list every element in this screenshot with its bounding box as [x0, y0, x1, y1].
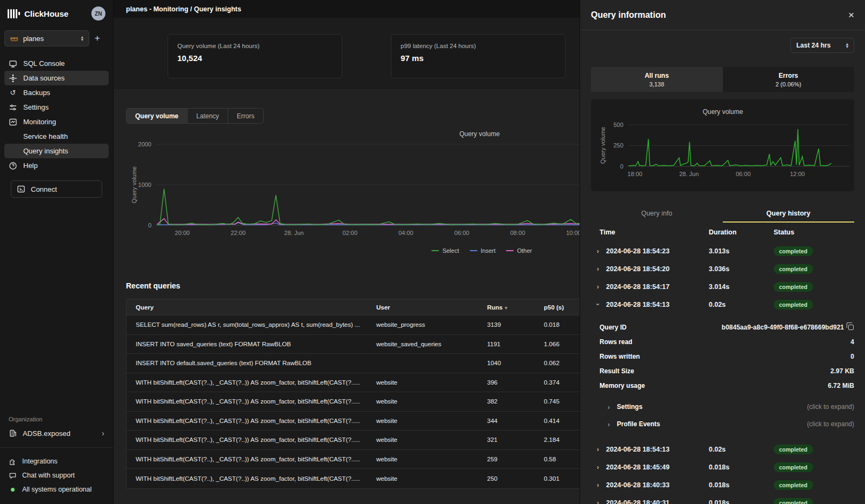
user-cell: website [367, 436, 478, 443]
column-header-user[interactable]: User [367, 304, 478, 311]
sort-caret-icon: ▾ [505, 305, 508, 311]
column-header-p50[interactable]: p50 (s) [535, 304, 580, 311]
connect-label: Connect [31, 185, 57, 193]
tab-query-volume[interactable]: Query volume [127, 109, 188, 123]
query-run-row[interactable]: ›2024-06-28 18:45:490.018scompleted [591, 458, 854, 476]
svg-text:2000: 2000 [138, 141, 151, 147]
table-row[interactable]: WITH bitShiftLeft(CAST(?..), _CAST(?..))… [127, 450, 580, 469]
legend-item-select[interactable]: Select [431, 247, 459, 254]
chevron-down-icon: › [594, 302, 602, 307]
svg-text:12:00: 12:00 [790, 171, 805, 177]
sidebar: ClickHouse ZN aws planes ▴▾ + SQL Consol… [0, 0, 114, 504]
clickhouse-cloud-app: ClickHouse ZN aws planes ▴▾ + SQL Consol… [0, 0, 865, 504]
sidebar-item-monitoring[interactable]: Monitoring [4, 115, 109, 129]
table-row[interactable]: INSERT INTO default.saved_queries (text)… [127, 354, 580, 373]
user-avatar[interactable]: ZN [91, 6, 105, 21]
table-row[interactable]: INSERT INTO saved_queries (text) FORMAT … [127, 335, 580, 354]
stat-label: p99 latency (Last 24 hours) [401, 43, 556, 49]
p50-cell: 0.58 [535, 456, 580, 462]
legend-item-insert[interactable]: Insert [470, 247, 496, 254]
column-header-duration: Duration [709, 229, 774, 236]
query-run-row[interactable]: ›2024-06-28 18:54:173.014scompleted [591, 278, 854, 295]
run-duration: 3.013s [709, 247, 774, 255]
sidebar-item-backups[interactable]: ↺ Backups [4, 85, 109, 100]
sidebar-item-service-health[interactable]: Service health [4, 129, 109, 144]
stat-card-p99-latency: p99 latency (Last 24 hours) 97 ms [391, 34, 565, 78]
run-duration: 0.018s [709, 499, 774, 504]
column-header-runs[interactable]: Runs▾ [478, 304, 535, 311]
detail-row: Result Size2.97 KB [591, 364, 854, 378]
system-status-row[interactable]: All systems operational [0, 482, 113, 496]
stat-card-query-volume: Query volume (Last 24 hours) 10,524 [168, 34, 342, 78]
table-row[interactable]: WITH bitShiftLeft(CAST(?..), _CAST(?..))… [127, 392, 580, 412]
svg-text:250: 250 [614, 142, 623, 149]
run-time: 2024-06-28 18:40:33 [606, 481, 669, 489]
run-time: 2024-06-28 18:54:17 [606, 283, 669, 291]
query-run-row[interactable]: ›2024-06-28 18:54:130.02scompleted [591, 295, 854, 313]
tab-latency[interactable]: Latency [188, 109, 228, 123]
runs-errors-segmented: All runs 3,138 Errors 2 (0.06%) [591, 67, 854, 92]
tab-query-info[interactable]: Query info [591, 205, 723, 223]
column-header-query[interactable]: Query [127, 304, 367, 311]
stat-label: Query volume (Last 24 hours) [177, 43, 332, 49]
panel-query-volume-chart: 025050018:0028. Jun06:0012:00Query volum… [591, 99, 855, 191]
sidebar-item-integrations[interactable]: Integrations [0, 454, 113, 468]
sidebar-item-chat-support[interactable]: Chat with support [0, 468, 113, 482]
query-run-row[interactable]: ›2024-06-28 18:54:233.013scompleted [591, 242, 854, 260]
p50-cell: 0.018 [535, 321, 580, 328]
recent-queries-title: Recent queries [126, 281, 180, 290]
svg-text:04:00: 04:00 [398, 230, 414, 236]
legend-label: Select [442, 247, 459, 254]
query-run-row[interactable]: ›2024-06-28 18:40:330.018scompleted [591, 476, 854, 494]
query-run-row[interactable]: ›2024-06-28 18:54:203.036scompleted [591, 260, 854, 278]
runs-cell: 1191 [478, 341, 535, 347]
run-duration: 0.02s [709, 301, 774, 308]
runs-cell: 250 [478, 475, 535, 482]
table-row[interactable]: WITH bitShiftLeft(CAST(?..), _CAST(?..))… [127, 412, 580, 431]
time-range-dropdown[interactable]: Last 24 hrs ▴▾ [790, 38, 854, 53]
organization-row[interactable]: ADSB.exposed › [0, 426, 113, 441]
service-selector[interactable]: aws planes ▴▾ [4, 30, 89, 46]
sidebar-item-help[interactable]: Help [4, 158, 109, 173]
query-run-row[interactable]: ›2024-06-28 18:40:310.018scompleted [591, 494, 854, 504]
query-run-row[interactable]: ›2024-06-28 18:54:130.02scompleted [591, 440, 854, 458]
sidebar-item-query-insights[interactable]: Query insights [4, 144, 109, 158]
copy-icon[interactable] [848, 325, 854, 330]
add-service-button[interactable]: + [89, 33, 105, 44]
expandable-row[interactable]: ›Profile Events(click to expand) [591, 415, 854, 433]
chevron-right-icon: › [595, 463, 601, 471]
data-flow-icon [9, 74, 17, 83]
svg-text:Query volume: Query volume [131, 166, 137, 203]
p50-cell: 0.301 [535, 475, 580, 482]
tab-query-history[interactable]: Query history [723, 205, 855, 223]
svg-text:28. Jun: 28. Jun [284, 230, 304, 236]
run-time: 2024-06-28 18:54:13 [606, 301, 669, 308]
segment-all-runs[interactable]: All runs 3,138 [591, 67, 723, 92]
query-cell: WITH bitShiftLeft(CAST(?..), _CAST(?..))… [127, 456, 367, 462]
expandable-row[interactable]: ›Settings(click to expand) [591, 398, 854, 415]
table-row[interactable]: SELECT sum(read_rows) AS r, sum(total_ro… [127, 315, 580, 335]
segment-errors[interactable]: Errors 2 (0.06%) [723, 67, 855, 92]
p50-cell: 0.062 [535, 360, 580, 366]
svg-text:1000: 1000 [138, 182, 151, 188]
panel-chart-card: 025050018:0028. Jun06:0012:00Query volum… [591, 99, 854, 191]
detail-value: 4 [850, 338, 854, 346]
sidebar-item-sql-console[interactable]: SQL Console [4, 56, 109, 71]
table-row[interactable]: WITH bitShiftLeft(CAST(?..), _CAST(?..))… [127, 469, 580, 488]
column-header-status: Status [774, 229, 855, 236]
sidebar-item-label: Query insights [23, 147, 68, 155]
legend-item-other[interactable]: Other [506, 247, 532, 254]
svg-text:08:00: 08:00 [510, 230, 525, 236]
svg-text:Query volume: Query volume [460, 130, 500, 138]
query-cell: INSERT INTO default.saved_queries (text)… [127, 360, 367, 366]
close-icon[interactable]: × [848, 10, 854, 20]
sidebar-item-settings[interactable]: Settings [4, 100, 109, 115]
user-cell: website_progress [367, 321, 478, 328]
connect-button[interactable]: Connect [11, 180, 102, 198]
table-row[interactable]: WITH bitShiftLeft(CAST(?..), _CAST(?..))… [127, 431, 580, 450]
table-row[interactable]: WITH bitShiftLeft(CAST(?..), _CAST(?..))… [127, 373, 580, 393]
sidebar-item-label: Monitoring [23, 118, 56, 126]
tab-errors[interactable]: Errors [228, 109, 263, 123]
sidebar-item-data-sources[interactable]: Data sources [4, 71, 109, 85]
detail-row: Memory usage6.72 MiB [591, 378, 854, 393]
